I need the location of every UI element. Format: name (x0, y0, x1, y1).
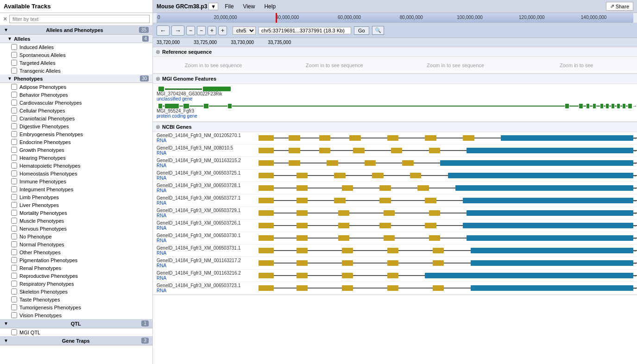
rna-link[interactable]: RNA (157, 188, 259, 193)
list-item[interactable]: Mortality Phenotypes (0, 209, 152, 217)
section-label-qtl: QTL (71, 321, 81, 326)
list-item[interactable]: Adipose Phenotypes (0, 83, 152, 91)
list-item[interactable]: Taste Phenotypes (0, 295, 152, 303)
filter-clear-icon[interactable]: ✕ (3, 16, 7, 22)
rna-row: GeneID_14184_Fgfr3_NM_001163217.2 RNA → (153, 257, 637, 270)
list-item[interactable]: Liver Phenotypes (0, 201, 152, 209)
checkbox-spontaneous-alleles[interactable] (11, 52, 17, 58)
share-button[interactable]: ⇗ Share (606, 2, 633, 11)
rna-link[interactable]: RNA (157, 226, 259, 231)
list-item[interactable]: Other Phenotypes (0, 248, 152, 256)
rna-exon (259, 235, 274, 241)
list-item[interactable]: Tumorigenesis Phenotypes (0, 303, 152, 311)
list-item[interactable]: Targeted Alleles (0, 59, 152, 67)
menu-help[interactable]: Help (259, 1, 280, 12)
list-item[interactable]: Embryogenesis Phenotypes (0, 130, 152, 138)
forward-button[interactable]: → (171, 25, 184, 36)
list-item[interactable]: Cellular Phenotypes (0, 107, 152, 114)
list-item[interactable]: Transgenic Alleles (0, 67, 152, 75)
zoom-in2-button[interactable]: + (218, 26, 227, 35)
gene-type-g630022[interactable]: unclassified gene (157, 96, 637, 101)
list-item[interactable]: Hearing Phenotypes (0, 154, 152, 162)
list-item[interactable]: Vision Phenotypes (0, 311, 152, 319)
list-item[interactable]: Limb Phenotypes (0, 193, 152, 201)
mgi-close-button[interactable]: ⊗ (156, 75, 160, 82)
list-item[interactable]: Hematopoietic Phenotypes (0, 162, 152, 169)
list-item[interactable]: Nervous Phenotypes (0, 225, 152, 232)
rna-link[interactable]: RNA (157, 276, 259, 281)
list-item[interactable]: Spontaneous Alleles (0, 51, 152, 59)
genome-dropdown-button[interactable]: ▼ (208, 3, 218, 10)
checkbox-transgenic-alleles[interactable] (11, 68, 17, 74)
rna-link[interactable]: RNA (157, 263, 259, 268)
checkbox-targeted-alleles[interactable] (11, 60, 17, 66)
rna-info: GeneID_14184_Fgfr3_XM_006503727.1 RNA (157, 195, 259, 206)
section-qtl[interactable]: ▼ QTL 1 (0, 319, 152, 328)
rna-link[interactable]: RNA (157, 176, 259, 181)
rna-exon (259, 148, 274, 153)
list-item[interactable]: Skeleton Phenotypes (0, 288, 152, 295)
list-item[interactable]: Craniofacial Phenotypes (0, 114, 152, 122)
rna-link[interactable]: RNA (157, 213, 259, 218)
list-item[interactable]: Cardiovascular Phenotypes (0, 99, 152, 107)
list-item[interactable]: Digestive Phenotypes (0, 122, 152, 130)
coord-input[interactable] (259, 27, 351, 34)
search-icon-button[interactable]: 🔍 (372, 26, 384, 35)
gene-type-fgfr3[interactable]: protein coding gene (157, 113, 637, 119)
subsection-phenotypes[interactable]: ▼ Phenotypes 30 (0, 75, 152, 83)
genome-view[interactable]: ⊗ Reference sequence Zoom in to see sequ… (153, 47, 637, 364)
rna-gene-name: GeneID_14184_Fgfr3_XM_006503726.1 (157, 220, 259, 226)
list-item[interactable]: Reproductive Phenotypes (0, 272, 152, 280)
ref-close-button[interactable]: ⊗ (156, 49, 160, 55)
rna-info: GeneID_14184_Fgfr3_XM_006503726.1 RNA (157, 220, 259, 231)
rna-exon (433, 248, 444, 253)
rna-track-line: → (259, 234, 637, 242)
list-item[interactable]: Renal Phenotypes (0, 264, 152, 272)
list-item[interactable]: Normal Phenotypes (0, 240, 152, 248)
list-item[interactable]: Pigmentation Phenotypes (0, 256, 152, 264)
ruler-label-20m: 20,000,000 (214, 15, 237, 20)
list-item[interactable]: Respiratory Phenotypes (0, 280, 152, 288)
zoom-out2-button[interactable]: − (197, 26, 206, 35)
list-item[interactable]: MGI QTL (0, 328, 152, 336)
rna-exon (259, 160, 274, 166)
rna-link[interactable]: RNA (157, 238, 259, 243)
section-alleles-phenotypes[interactable]: ▼ Alleles and Phenotypes 35 (0, 25, 152, 35)
section-gene-traps[interactable]: ▼ Gene Traps 3 (0, 336, 152, 345)
rna-link[interactable]: RNA (157, 288, 259, 293)
share-icon: ⇗ (610, 3, 614, 9)
rna-exon (338, 235, 350, 241)
ncbi-close-button[interactable]: ⊗ (156, 124, 160, 130)
alleles-items: Induced Alleles Spontaneous Alleles Targ… (0, 43, 152, 75)
list-item[interactable]: Behavior Phenotypes (0, 91, 152, 99)
filter-input[interactable] (9, 15, 150, 23)
gene-exon (612, 104, 614, 108)
list-item[interactable]: Homeostasis Phenotypes (0, 169, 152, 177)
gene-intron (590, 106, 593, 107)
list-item[interactable]: Growth Phenotypes (0, 146, 152, 154)
list-item[interactable]: No Phenotype (0, 232, 152, 240)
subsection-alleles[interactable]: ▼ Alleles 4 (0, 35, 152, 43)
rna-link[interactable]: RNA (157, 138, 259, 143)
rna-link[interactable]: RNA (157, 251, 259, 256)
chr-select[interactable]: chr5 (233, 26, 256, 35)
menu-file[interactable]: File (220, 1, 238, 12)
list-item[interactable]: Induced Alleles (0, 43, 152, 51)
ruler-bar: 0 20,000,000 40,000,000 60,000,000 80,00… (153, 13, 637, 23)
zoom-out-button[interactable]: − (186, 26, 195, 35)
go-button[interactable]: Go (354, 26, 369, 35)
genome-name: Mouse GRCm38.p3 (157, 3, 207, 10)
rna-link[interactable]: RNA (157, 151, 259, 156)
list-item[interactable]: Muscle Phenotypes (0, 217, 152, 225)
list-item[interactable]: Endocrine Phenotypes (0, 138, 152, 146)
list-item[interactable]: Immune Phenotypes (0, 177, 152, 185)
zoom-in-button[interactable]: + (208, 26, 216, 35)
rna-link[interactable]: RNA (157, 201, 259, 206)
gene-exon (565, 104, 569, 108)
back-button[interactable]: ← (157, 25, 170, 36)
menu-view[interactable]: View (239, 1, 260, 12)
checkbox-induced-alleles[interactable] (11, 44, 17, 50)
gene-intron (583, 106, 586, 107)
rna-link[interactable]: RNA (157, 163, 259, 168)
list-item[interactable]: Integument Phenotypes (0, 185, 152, 193)
